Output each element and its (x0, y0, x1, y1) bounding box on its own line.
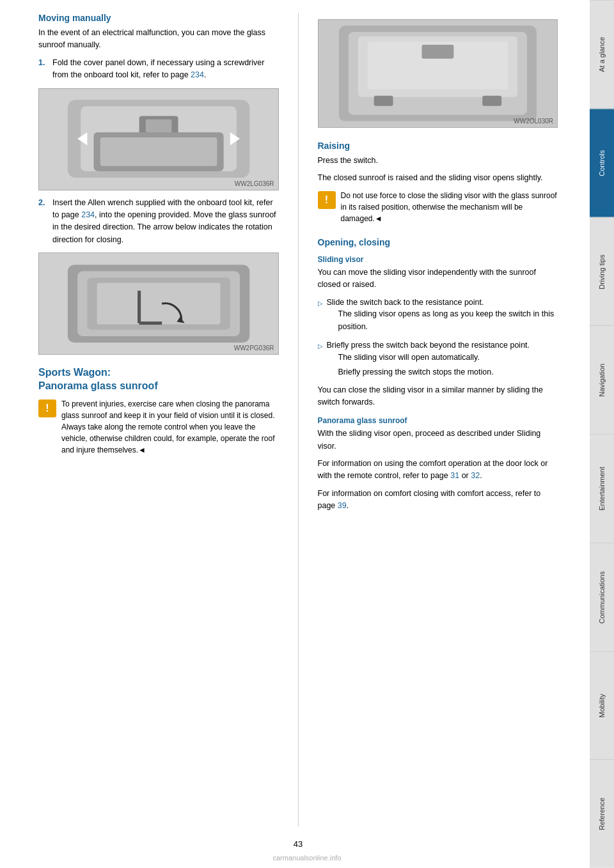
step-2-number: 2. (38, 197, 49, 247)
page-link-31[interactable]: 31 (450, 471, 459, 480)
sliding-visor-intro: You can move the sliding visor independe… (318, 267, 558, 291)
moving-manually-title: Moving manually (38, 13, 279, 23)
diagram-2-label: WW2PG036R (234, 345, 274, 352)
triangle-icon-1: ▷ (318, 298, 323, 308)
sidebar-tab-communications[interactable]: Communications (590, 543, 614, 651)
bullet-2-sub2: Briefly pressing the switch stops the mo… (327, 366, 530, 378)
page-number: 43 (38, 839, 558, 855)
raising-warning-icon: ! (318, 191, 336, 209)
raising-title: Raising (318, 141, 558, 151)
diagram-right-label: WW2OL030R (514, 118, 553, 125)
column-divider (298, 13, 299, 826)
sidebar-tab-mobility[interactable]: Mobility (590, 651, 614, 760)
sidebar-tab-controls[interactable]: Controls (590, 109, 614, 217)
panorama-subtitle: Panorama glass sunroof (318, 416, 558, 425)
sidebar-tab-entertainment[interactable]: Entertainment (590, 434, 614, 543)
step-2-text: Insert the Allen wrench supplied with th… (52, 197, 279, 247)
moving-manually-intro: In the event of an electrical malfunctio… (38, 27, 279, 52)
step-1-text: Fold the cover panel down, if necessary … (52, 57, 279, 82)
bullet-2-sub1: The sliding visor will open automaticall… (327, 352, 530, 364)
opening-closing-title: Opening, closing (318, 237, 558, 247)
raising-text1: Press the switch. (318, 155, 558, 167)
warning-icon: ! (38, 399, 56, 417)
raising-warning-text: Do not use force to close the sliding vi… (341, 190, 558, 224)
step-1-link[interactable]: 234 (191, 70, 204, 79)
step-1: 1. Fold the cover panel down, if necessa… (38, 57, 279, 82)
step-2: 2. Insert the Allen wrench supplied with… (38, 197, 279, 247)
triangle-icon-2: ▷ (318, 341, 323, 351)
bullet-1: ▷ Slide the switch back to the resistanc… (318, 297, 558, 336)
diagram-1-label: WW2LG036R (235, 180, 274, 187)
svg-rect-5 (100, 137, 217, 166)
svg-rect-20 (374, 96, 393, 106)
bullet-2-text: Briefly press the switch back beyond the… (327, 339, 530, 352)
raising-text2: The closed sunroof is raised and the sli… (318, 172, 558, 184)
svg-rect-3 (145, 120, 171, 132)
sidebar-tab-driving-tips[interactable]: Driving tips (590, 217, 614, 326)
watermark: carmanualsonline.info (272, 854, 341, 862)
svg-rect-11 (97, 283, 220, 325)
panorama-para3: For information on comfort closing with … (318, 488, 558, 513)
page-link-39[interactable]: 39 (338, 501, 347, 510)
step-1-number: 1. (38, 57, 49, 82)
raising-warning: ! Do not use force to close the sliding … (318, 190, 558, 224)
diagram-2: WW2PG036R (38, 252, 279, 355)
bullet-1-sub: The sliding visor opens as long as you k… (327, 308, 558, 333)
page-link-32[interactable]: 32 (471, 471, 480, 480)
sidebar-tab-navigation[interactable]: Navigation (590, 325, 614, 434)
sidebar: At a glance Controls Driving tips Naviga… (590, 0, 614, 868)
sports-wagon-title: Sports Wagon: Panorama glass sunroof (38, 366, 279, 393)
svg-rect-21 (482, 96, 501, 106)
step-2-link[interactable]: 234 (81, 210, 95, 219)
diagram-1: WW2LG036R (38, 88, 279, 190)
diagram-right-top: WW2OL030R (318, 19, 558, 128)
bullet-2: ▷ Briefly press the switch back beyond t… (318, 339, 558, 382)
svg-rect-19 (421, 45, 453, 59)
sports-wagon-warning-text: To prevent injuries, exercise care when … (61, 398, 279, 456)
sports-wagon-warning: ! To prevent injuries, exercise care whe… (38, 398, 279, 456)
sidebar-tab-at-a-glance[interactable]: At a glance (590, 0, 614, 109)
bullet-1-text: Slide the switch back to the resistance … (327, 297, 558, 309)
panorama-para1: With the sliding visor open, proceed as … (318, 428, 558, 453)
sliding-visor-subtitle: Sliding visor (318, 255, 558, 264)
sidebar-tab-reference[interactable]: Reference (590, 759, 614, 868)
panorama-para2: For information on using the comfort ope… (318, 458, 558, 483)
close-text: You can close the sliding visor in a sim… (318, 384, 558, 409)
